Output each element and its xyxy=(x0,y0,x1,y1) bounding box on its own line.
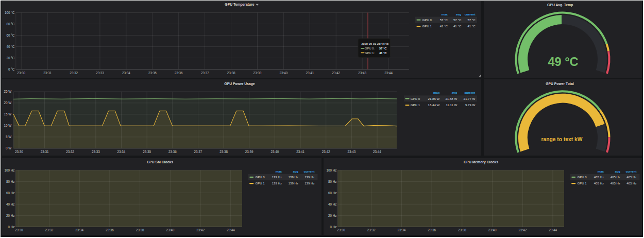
svg-text:avg: avg xyxy=(452,91,457,94)
svg-text:23:39: 23:39 xyxy=(245,150,253,154)
svg-text:139 Hz: 139 Hz xyxy=(304,181,314,185)
svg-text:23:44: 23:44 xyxy=(384,71,393,75)
svg-text:23:38: 23:38 xyxy=(219,150,228,154)
svg-text:23:34: 23:34 xyxy=(397,228,405,232)
svg-text:405 Hz: 405 Hz xyxy=(594,175,604,179)
svg-text:GPU Power Total: GPU Power Total xyxy=(546,82,574,86)
svg-text:0 Hz: 0 Hz xyxy=(330,225,337,229)
svg-text:20 °C: 20 °C xyxy=(7,56,15,60)
svg-text:139 Hz: 139 Hz xyxy=(289,175,298,179)
svg-text:40 Hz: 40 Hz xyxy=(6,202,14,206)
svg-text:GPU 1: GPU 1 xyxy=(255,181,265,185)
svg-text:100 Hz: 100 Hz xyxy=(327,168,337,172)
svg-text:range to text kW: range to text kW xyxy=(541,137,582,142)
svg-text:57 °C: 57 °C xyxy=(379,47,387,50)
svg-text:40 Hz: 40 Hz xyxy=(328,202,336,206)
svg-text:80 Hz: 80 Hz xyxy=(6,180,14,183)
svg-text:20 Hz: 20 Hz xyxy=(6,214,14,217)
svg-text:avg: avg xyxy=(456,12,462,16)
svg-text:23:36: 23:36 xyxy=(175,71,183,75)
svg-text:GPU 0: GPU 0 xyxy=(577,175,587,179)
svg-text:41 °C: 41 °C xyxy=(453,24,462,28)
svg-text:40 °C: 40 °C xyxy=(7,45,15,48)
svg-text:21.86 W: 21.86 W xyxy=(428,97,440,100)
svg-text:23:32: 23:32 xyxy=(45,228,54,232)
svg-text:GPU 0: GPU 0 xyxy=(255,175,265,179)
svg-text:405 Hz: 405 Hz xyxy=(626,175,636,179)
svg-text:405 Hz: 405 Hz xyxy=(611,181,620,185)
svg-text:max: max xyxy=(433,91,440,94)
svg-text:23:40: 23:40 xyxy=(271,150,279,154)
svg-text:current: current xyxy=(626,169,637,173)
svg-text:23:34: 23:34 xyxy=(122,71,130,75)
svg-text:57 °C: 57 °C xyxy=(440,18,448,22)
svg-text:25 W: 25 W xyxy=(4,90,12,93)
svg-text:23:44: 23:44 xyxy=(373,150,381,154)
svg-text:23:43: 23:43 xyxy=(347,150,355,154)
svg-text:57 °C: 57 °C xyxy=(453,18,462,22)
svg-text:2020-05-01 23:44:48: 2020-05-01 23:44:48 xyxy=(362,42,389,45)
svg-text:60 °C: 60 °C xyxy=(7,33,15,37)
svg-text:23:39: 23:39 xyxy=(253,71,262,75)
svg-text:405 Hz: 405 Hz xyxy=(626,181,636,185)
svg-text:139 Hz: 139 Hz xyxy=(304,175,314,179)
svg-text:23:34: 23:34 xyxy=(75,228,83,232)
svg-text:23:30: 23:30 xyxy=(15,228,23,232)
svg-text:23:31: 23:31 xyxy=(43,71,52,75)
svg-text:GPU 1: GPU 1 xyxy=(422,24,432,28)
svg-text:23:33: 23:33 xyxy=(92,150,100,154)
svg-text:GPU 1: GPU 1 xyxy=(411,103,420,107)
svg-text:23:42: 23:42 xyxy=(332,71,340,75)
svg-text:23:38: 23:38 xyxy=(136,228,144,232)
svg-text:23:36: 23:36 xyxy=(168,150,177,154)
svg-text:23:41: 23:41 xyxy=(306,71,314,75)
svg-text:23:32: 23:32 xyxy=(70,71,78,75)
svg-text:avg: avg xyxy=(615,169,620,173)
svg-text:23:33: 23:33 xyxy=(96,71,104,75)
svg-text:57 °C: 57 °C xyxy=(467,18,476,22)
svg-text:16.44 W: 16.44 W xyxy=(428,103,440,107)
svg-text:GPU 0: GPU 0 xyxy=(422,18,432,22)
svg-text:GPU 0:: GPU 0: xyxy=(365,47,375,50)
svg-text:139 Hz: 139 Hz xyxy=(272,175,282,179)
svg-text:41 °C: 41 °C xyxy=(440,24,448,28)
svg-text:23:42: 23:42 xyxy=(196,228,205,232)
svg-text:21.77 W: 21.77 W xyxy=(464,97,476,100)
svg-text:23:41: 23:41 xyxy=(296,150,304,154)
svg-text:23:43: 23:43 xyxy=(358,71,366,75)
svg-text:23:40: 23:40 xyxy=(488,228,497,232)
svg-text:max: max xyxy=(276,169,282,173)
svg-text:41 °C: 41 °C xyxy=(467,24,476,28)
svg-text:23:30: 23:30 xyxy=(17,71,25,75)
svg-text:max: max xyxy=(598,169,604,173)
svg-text:9.79 W: 9.79 W xyxy=(465,103,476,107)
svg-text:23:30: 23:30 xyxy=(337,228,345,232)
svg-text:100 °C: 100 °C xyxy=(5,11,15,14)
svg-text:10 W: 10 W xyxy=(4,124,12,127)
svg-text:current: current xyxy=(464,91,475,94)
svg-text:23:42: 23:42 xyxy=(518,228,527,232)
svg-text:20 W: 20 W xyxy=(4,101,12,105)
svg-text:23:31: 23:31 xyxy=(41,150,49,154)
svg-text:41 °C: 41 °C xyxy=(379,52,387,55)
svg-text:60 Hz: 60 Hz xyxy=(328,191,336,195)
svg-text:23:30: 23:30 xyxy=(15,150,23,154)
svg-text:20 Hz: 20 Hz xyxy=(328,214,336,217)
svg-text:current: current xyxy=(465,12,476,16)
svg-text:23:38: 23:38 xyxy=(227,71,235,75)
svg-text:GPU SM Clocks: GPU SM Clocks xyxy=(147,160,173,164)
svg-text:405 Hz: 405 Hz xyxy=(611,175,620,179)
svg-text:23:34: 23:34 xyxy=(117,150,126,154)
svg-text:11.11 W: 11.11 W xyxy=(446,103,457,107)
svg-text:23:38: 23:38 xyxy=(458,228,466,232)
svg-text:23:44: 23:44 xyxy=(227,228,235,232)
svg-text:49 °C: 49 °C xyxy=(548,55,578,69)
svg-text:GPU 1: GPU 1 xyxy=(577,181,587,185)
svg-text:23:32: 23:32 xyxy=(66,150,74,154)
svg-text:GPU 1:: GPU 1: xyxy=(365,52,375,55)
svg-text:139 Hz: 139 Hz xyxy=(289,181,298,185)
svg-text:GPU Avg. Temp: GPU Avg. Temp xyxy=(547,3,573,7)
svg-text:15 W: 15 W xyxy=(4,112,12,116)
svg-text:23:44: 23:44 xyxy=(549,228,557,232)
svg-text:5 W: 5 W xyxy=(6,135,11,139)
